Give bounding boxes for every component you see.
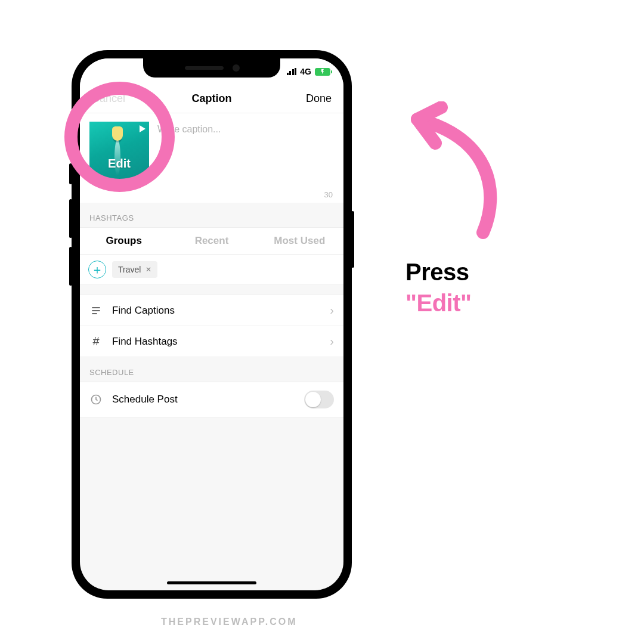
add-group-button[interactable]: ＋ xyxy=(88,261,106,278)
tab-most-used[interactable]: Most Used xyxy=(256,228,343,254)
volume-down-button xyxy=(69,247,72,286)
media-thumbnail[interactable]: Edit xyxy=(89,122,149,181)
phone-screen: 4G Cancel Caption Done Edit Write captio… xyxy=(80,58,343,590)
edit-overlay-label: Edit xyxy=(89,157,149,171)
battery-icon xyxy=(315,68,330,76)
play-icon xyxy=(140,125,145,132)
hashtags-section-header: HASHTAGS xyxy=(80,203,343,227)
hashtags-tabs: Groups Recent Most Used xyxy=(80,227,343,254)
remove-chip-icon[interactable]: ✕ xyxy=(145,265,151,274)
nav-header: Cancel Caption Done xyxy=(80,85,343,113)
volume-up-button xyxy=(69,199,72,238)
hash-icon: # xyxy=(89,335,103,348)
phone-notch xyxy=(143,58,280,78)
power-button xyxy=(351,211,354,268)
find-captions-row[interactable]: Find Captions › xyxy=(80,295,343,326)
mute-switch xyxy=(69,163,72,184)
instruction-line2: "Edit" xyxy=(405,287,471,318)
tab-recent[interactable]: Recent xyxy=(168,228,255,254)
group-chip-label: Travel xyxy=(118,265,141,274)
find-hashtags-label: Find Hashtags xyxy=(112,336,320,348)
schedule-section-header: SCHEDULE xyxy=(80,357,343,382)
signal-icon xyxy=(287,68,297,75)
find-captions-label: Find Captions xyxy=(112,305,320,317)
group-chip-travel[interactable]: Travel ✕ xyxy=(112,261,157,278)
schedule-toggle[interactable] xyxy=(304,391,334,408)
tab-groups[interactable]: Groups xyxy=(80,228,168,254)
chevron-right-icon: › xyxy=(330,304,334,317)
network-label: 4G xyxy=(300,67,311,76)
find-hashtags-row[interactable]: # Find Hashtags › xyxy=(80,326,343,357)
caption-area: Edit Write caption... 30 xyxy=(80,113,343,203)
groups-row: ＋ Travel ✕ xyxy=(80,254,343,285)
home-indicator xyxy=(167,581,256,584)
schedule-post-row[interactable]: Schedule Post xyxy=(80,382,343,417)
page-title: Caption xyxy=(140,92,284,105)
instruction-line1: Press xyxy=(405,256,471,287)
chevron-right-icon: › xyxy=(330,335,334,348)
instruction-arrow xyxy=(394,101,549,247)
instruction-text: Press "Edit" xyxy=(405,256,471,318)
phone-frame: 4G Cancel Caption Done Edit Write captio… xyxy=(72,50,352,599)
caption-counter: 30 xyxy=(324,190,333,199)
actions-list: Find Captions › # Find Hashtags › xyxy=(80,295,343,357)
done-button[interactable]: Done xyxy=(284,92,332,105)
clock-icon xyxy=(89,394,103,405)
list-icon xyxy=(89,305,103,317)
watermark: THEPREVIEWAPP.COM xyxy=(161,617,298,627)
cancel-button[interactable]: Cancel xyxy=(92,92,140,105)
schedule-post-label: Schedule Post xyxy=(112,394,295,405)
caption-input[interactable]: Write caption... xyxy=(157,122,334,197)
